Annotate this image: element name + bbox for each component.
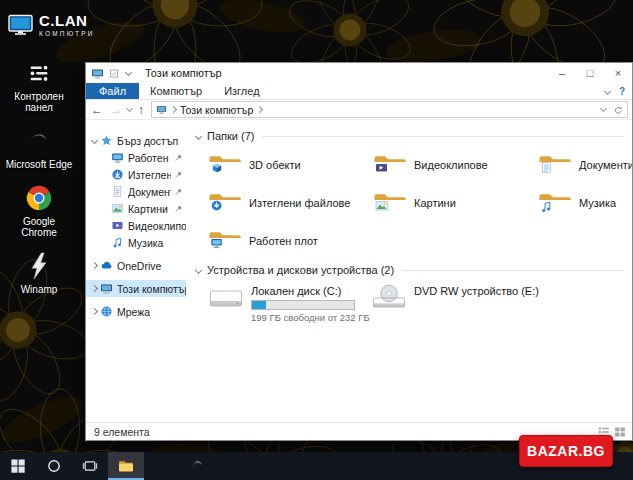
address-dropdown-chevron-icon[interactable] — [600, 105, 607, 112]
collapse-chevron-icon[interactable] — [195, 266, 202, 273]
sidebar-item-label: Музика — [128, 237, 186, 249]
refresh-icon[interactable] — [612, 104, 623, 115]
window-controls: – □ × — [548, 63, 632, 83]
desktop-icon-chrome[interactable]: Google Chrome — [4, 183, 74, 238]
desktop-icon-winamp[interactable]: Winamp — [4, 251, 74, 295]
file-list-pane: Папки (7) 3D обекти Видеоклипове — [186, 120, 632, 422]
capacity-text: 199 ГБ свободни от 232 ГБ — [251, 312, 370, 323]
clan-watermark: C.LAN КОМПЮТРИ — [8, 13, 95, 37]
taskbar-firefox[interactable] — [144, 452, 180, 480]
nav-quick-access[interactable]: Бърз достъп — [86, 132, 186, 149]
folder-pictures[interactable]: Картини — [373, 187, 536, 218]
sidebar-item-icon — [100, 259, 113, 272]
expand-ribbon-chevron-icon[interactable] — [604, 87, 611, 94]
taskbar-file-explorer[interactable] — [108, 452, 144, 480]
nav-pictures[interactable]: Картини — [86, 200, 186, 217]
section-divider — [262, 136, 624, 137]
large-icons-view-button[interactable] — [614, 426, 626, 438]
pin-icon — [173, 170, 182, 179]
task-view-button[interactable] — [72, 452, 108, 480]
expand-chevron-icon[interactable] — [91, 308, 98, 315]
desktop-icon-control-panel[interactable]: Контролен панел — [4, 58, 74, 113]
nav-videos[interactable]: Видеоклипове — [86, 217, 186, 234]
recent-locations-chevron-icon[interactable] — [126, 105, 133, 112]
back-button[interactable]: ← — [89, 104, 105, 116]
collapse-chevron-icon[interactable] — [195, 132, 202, 139]
sidebar-item-icon — [100, 134, 113, 147]
folder-downloads[interactable]: Изтеглени файлове — [208, 187, 371, 218]
ribbon-tab-computer[interactable]: Компютър — [139, 83, 213, 99]
up-button[interactable]: ↑ — [136, 104, 146, 116]
ribbon-tab-view[interactable]: Изглед — [213, 83, 270, 99]
taskbar-button-icon — [46, 458, 62, 474]
clan-monitor-icon — [8, 14, 33, 36]
devices-section-header: Устройства и дискови устройства (2) — [196, 262, 624, 278]
nav-network[interactable]: Мрежа — [86, 303, 186, 320]
bazar-watermark: BAZAR.BG — [519, 435, 613, 467]
item-count: 9 елемента — [94, 426, 150, 438]
desktop-icon-list: Контролен панел Microsoft Edge Google Ch… — [4, 58, 74, 295]
ribbon-tab-file[interactable]: Файл — [86, 83, 139, 99]
section-divider — [402, 270, 624, 271]
folders-section-header: Папки (7) — [196, 128, 624, 144]
folder-label: Видеоклипове — [414, 159, 488, 171]
taskbar-edge[interactable] — [180, 452, 216, 480]
nav-documents[interactable]: Документи — [86, 183, 186, 200]
nav-onedrive[interactable]: OneDrive — [86, 257, 186, 274]
sidebar-item-icon — [111, 236, 124, 249]
nav-desktop[interactable]: Работен плот — [86, 149, 186, 166]
clan-title: C.LAN — [39, 13, 95, 28]
close-button[interactable]: × — [604, 63, 632, 83]
expand-chevron-icon[interactable] — [91, 137, 98, 144]
sidebar-item-icon — [111, 151, 124, 164]
nav-downloads[interactable]: Изтеглени файлове — [86, 166, 186, 183]
start-button[interactable] — [0, 452, 36, 480]
search-button[interactable] — [36, 452, 72, 480]
minimize-button[interactable]: – — [548, 63, 576, 83]
folder-videos[interactable]: Видеоклипове — [373, 149, 536, 180]
explorer-window: Този компютър – □ × ФайлКомпютърИзглед? … — [85, 62, 633, 441]
taskbar-button-icon — [118, 458, 134, 474]
drive-dvd[interactable]: DVD RW устройство (E:) — [371, 284, 534, 323]
nav-music[interactable]: Музика — [86, 234, 186, 251]
section-title: Папки (7) — [207, 130, 254, 142]
forward-button[interactable]: → — [108, 104, 124, 116]
drives-grid: Локален диск (C:) 199 ГБ свободни от 232… — [208, 284, 628, 323]
bazar-watermark-text: BAZAR.BG — [527, 443, 605, 459]
folder-label: Изтеглени файлове — [249, 197, 350, 209]
nav-this-pc[interactable]: Този компютър — [86, 280, 186, 297]
desktop-icon-label: Контролен панел — [5, 91, 73, 113]
pin-icon — [173, 153, 182, 162]
desktop-icon-label: Microsoft Edge — [5, 159, 73, 170]
breadcrumb-chevron-icon[interactable] — [256, 106, 263, 113]
expand-chevron-icon[interactable] — [91, 285, 98, 292]
sidebar-item-label: Изтеглени файлове — [128, 169, 171, 181]
breadcrumb-location[interactable]: Този компютър — [180, 104, 253, 116]
quick-access-toolbar-icon[interactable] — [109, 68, 120, 79]
taskbar-button-icon — [10, 458, 26, 474]
sidebar-item-label: Документи — [128, 186, 171, 198]
qat-customize-chevron-icon[interactable] — [125, 68, 132, 75]
folder-3d-objects[interactable]: 3D обекти — [208, 149, 371, 180]
maximize-button[interactable]: □ — [576, 63, 604, 83]
desktop-icon-edge[interactable]: Microsoft Edge — [4, 126, 74, 170]
sidebar-item-label: Картини — [128, 203, 171, 215]
drive-c[interactable]: Локален диск (C:) 199 ГБ свободни от 232… — [208, 284, 371, 323]
sidebar-item-icon — [111, 202, 124, 215]
pin-icon — [173, 204, 182, 213]
folder-label: Работен плот — [249, 235, 318, 247]
window-app-icon — [91, 67, 104, 80]
window-content: Бърз достъп Работен плот Изтеглени файло… — [86, 120, 632, 422]
address-bar[interactable]: Този компютър — [151, 101, 628, 118]
folder-icon — [538, 189, 572, 217]
folder-desktop[interactable]: Работен плот — [208, 225, 371, 256]
folder-documents[interactable]: Документи — [538, 149, 632, 180]
folder-music[interactable]: Музика — [538, 187, 632, 218]
sidebar-item-label: OneDrive — [117, 260, 186, 272]
breadcrumb-chevron-icon[interactable] — [170, 106, 177, 113]
desktop-icon-image — [24, 251, 54, 281]
expand-chevron-icon[interactable] — [91, 262, 98, 269]
ribbon-tab-strip: ФайлКомпютърИзглед? — [86, 83, 632, 100]
help-icon[interactable]: ? — [619, 86, 625, 97]
taskbar-button-icon — [82, 458, 98, 474]
